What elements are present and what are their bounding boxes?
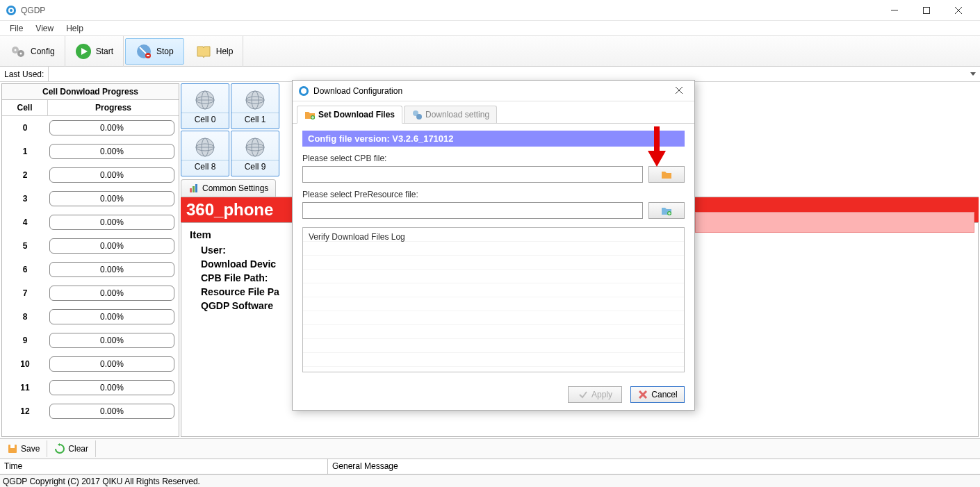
progress-row: 20.00% [2, 163, 179, 187]
gears-icon [10, 43, 26, 60]
tab2-label: Download setting [425, 110, 489, 119]
start-button[interactable]: Start [65, 36, 124, 67]
bars-icon [188, 183, 199, 194]
preresource-file-input[interactable] [302, 202, 643, 219]
gear-icon [411, 109, 423, 120]
svg-rect-15 [147, 55, 149, 56]
config-version-bar: Config file version: V3.2.6_171012 [302, 131, 685, 147]
progress-box: 0.00% [49, 333, 174, 348]
log-header: Verify Download Files Log [309, 232, 405, 242]
lastused-label: Last Used: [0, 67, 49, 81]
save-icon [7, 443, 18, 454]
status-strip [695, 212, 974, 233]
cell-index: 7 [2, 288, 48, 298]
log-grid-header: Time General Message [0, 459, 980, 474]
cpb-file-input[interactable] [302, 166, 643, 183]
progress-row: 110.00% [2, 376, 179, 399]
cancel-icon [637, 389, 648, 400]
apply-button[interactable]: Apply [568, 386, 622, 403]
progress-box: 0.00% [49, 404, 174, 419]
tab1-label: Set Download Files [318, 110, 395, 119]
cell-box[interactable]: Cell 0 [181, 83, 229, 129]
globe-icon [194, 89, 216, 111]
dialog-close-button[interactable] [669, 86, 689, 96]
col-progress: Progress [48, 100, 179, 115]
book-icon [195, 43, 212, 60]
progress-box: 0.00% [49, 144, 174, 159]
svg-point-39 [301, 88, 307, 94]
browse-preresource-button[interactable] [648, 202, 685, 219]
cell-box[interactable]: Cell 8 [181, 131, 229, 176]
cell-label: Cell 9 [231, 160, 279, 172]
maximize-button[interactable] [910, 0, 942, 21]
menubar: File View Help [0, 21, 980, 36]
progress-box: 0.00% [49, 238, 174, 254]
svg-rect-33 [193, 186, 195, 192]
cell-index: 5 [2, 241, 48, 251]
tab-download-setting[interactable]: Download setting [404, 106, 497, 123]
progress-box: 0.00% [49, 191, 174, 206]
bottom-toolbar: Save Clear [0, 438, 980, 459]
progress-box: 0.00% [49, 380, 174, 395]
progress-row: 80.00% [2, 305, 179, 329]
cancel-label: Cancel [651, 390, 677, 399]
cancel-button[interactable]: Cancel [630, 386, 685, 403]
browse-cpb-button[interactable] [648, 166, 685, 183]
cell-index: 3 [2, 194, 48, 204]
save-label: Save [21, 444, 40, 454]
help-button[interactable]: Help [186, 36, 244, 67]
svg-point-2 [10, 9, 13, 12]
lastused-combo[interactable] [49, 67, 980, 81]
menu-file[interactable]: File [4, 22, 28, 35]
svg-rect-32 [190, 188, 192, 192]
stop-button[interactable]: Stop [125, 38, 184, 65]
cell-label: Cell 8 [181, 160, 229, 172]
globe-icon [244, 89, 266, 111]
progress-box: 0.00% [49, 356, 174, 372]
menu-help[interactable]: Help [60, 22, 89, 35]
cell-index: 8 [2, 312, 48, 322]
close-button[interactable] [942, 0, 974, 21]
svg-rect-36 [10, 445, 15, 448]
dialog-body: Config file version: V3.2.6_171012 Pleas… [293, 124, 694, 379]
globe-icon [194, 136, 216, 158]
save-button[interactable]: Save [0, 440, 47, 457]
progress-row: 100.00% [2, 352, 179, 376]
progress-box: 0.00% [49, 167, 174, 183]
refresh-icon [54, 443, 65, 454]
col-message: General Message [328, 459, 980, 474]
toolbar: Config Start Stop Help [0, 36, 980, 67]
tab-common-settings[interactable]: Common Settings [181, 179, 276, 197]
progress-row: 10.00% [2, 140, 179, 163]
stop-label: Stop [156, 47, 174, 56]
progress-row: 70.00% [2, 281, 179, 305]
menu-view[interactable]: View [30, 22, 59, 35]
clear-button[interactable]: Clear [47, 440, 96, 457]
dialog-titlebar: Download Configuration [293, 81, 694, 101]
cell-index: 11 [2, 383, 48, 393]
app-icon [6, 5, 17, 16]
folder-open-icon [661, 169, 672, 180]
cell-index: 10 [2, 359, 48, 369]
progress-box: 0.00% [49, 262, 174, 277]
cell-box[interactable]: Cell 9 [231, 131, 279, 176]
cell-progress-body[interactable]: 00.00%10.00%20.00%30.00%40.00%50.00%60.0… [2, 116, 179, 436]
copyright-text: QGDP Copyright (C) 2017 QIKU All Rights … [3, 477, 200, 486]
minimize-button[interactable] [879, 0, 910, 21]
cell-index: 0 [2, 123, 48, 133]
cell-box[interactable]: Cell 1 [231, 83, 279, 129]
config-button[interactable]: Config [0, 36, 65, 67]
check-icon [578, 389, 589, 400]
cell-label: Cell 1 [231, 113, 279, 124]
titlebar: QGDP [0, 0, 980, 21]
svg-point-8 [15, 49, 17, 51]
progress-box: 0.00% [49, 309, 174, 324]
tab-set-download-files[interactable]: Set Download Files [297, 106, 402, 124]
progress-row: 30.00% [2, 187, 179, 211]
progress-row: 90.00% [2, 329, 179, 352]
app-icon [298, 85, 309, 97]
config-label: Config [31, 47, 55, 56]
folder-add-icon [661, 205, 672, 216]
verify-log-box: Verify Download Files Log [302, 227, 685, 372]
progress-row: 120.00% [2, 399, 179, 423]
